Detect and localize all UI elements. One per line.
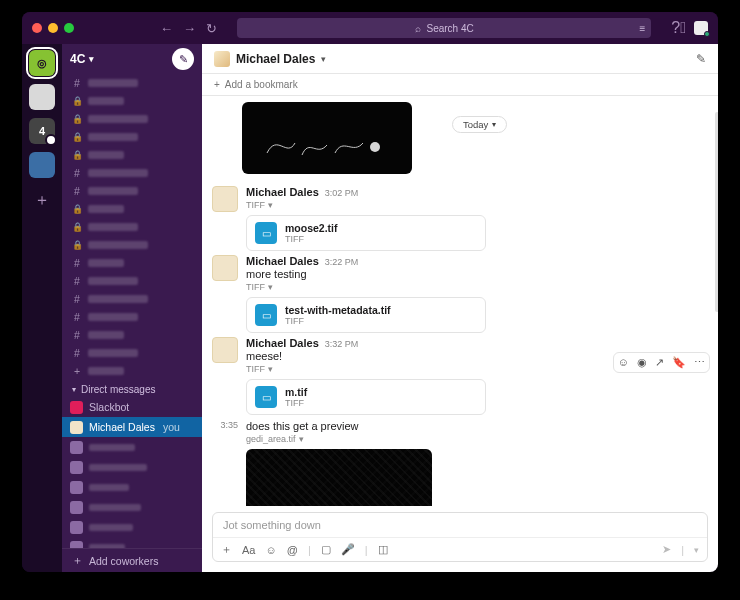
workspace-item[interactable] — [29, 84, 55, 110]
avatar — [70, 461, 83, 474]
channel-item[interactable]: # — [62, 272, 202, 290]
dm-slackbot[interactable]: Slackbot — [62, 397, 202, 417]
avatar[interactable] — [212, 255, 238, 281]
user-avatar[interactable] — [694, 21, 708, 35]
conversation-title[interactable]: Michael Dales — [236, 52, 315, 66]
close-icon[interactable] — [32, 23, 42, 33]
svg-point-0 — [370, 142, 380, 152]
workspace-active[interactable]: ◎ — [29, 50, 55, 76]
attachment-label[interactable]: gedi_area.tif▾ — [246, 434, 706, 444]
channel-item[interactable]: # — [62, 164, 202, 182]
zoom-icon[interactable] — [64, 23, 74, 33]
conversation-header: Michael Dales ▾ ✎ — [202, 44, 718, 74]
more-icon[interactable]: ⋯ — [694, 356, 705, 369]
channel-item[interactable]: 🔒 — [62, 200, 202, 218]
canvas-icon[interactable]: ✎ — [696, 52, 706, 66]
date-divider[interactable]: Today▾ — [452, 116, 507, 133]
file-type-row[interactable]: TIFF▾ — [246, 200, 706, 210]
dm-item[interactable] — [62, 437, 202, 457]
compose-button[interactable]: ✎ — [172, 48, 194, 70]
channel-item[interactable]: # — [62, 308, 202, 326]
channel-item[interactable]: # — [62, 254, 202, 272]
message-text: does this get a preview — [246, 420, 706, 432]
image-preview[interactable] — [246, 449, 432, 506]
thread-icon[interactable]: ◉ — [637, 356, 647, 369]
window-controls — [32, 23, 74, 33]
author-name[interactable]: Michael Dales — [246, 337, 319, 349]
emoji-icon[interactable]: ☺ — [265, 544, 276, 556]
add-channel[interactable]: + — [62, 362, 202, 380]
history-icon[interactable]: ↻ — [206, 21, 217, 36]
dm-item[interactable] — [62, 497, 202, 517]
channel-item[interactable]: 🔒 — [62, 146, 202, 164]
search-input[interactable]: ⌕ Search 4C ≡ — [237, 18, 651, 38]
sidebar-section-dms[interactable]: ▾Direct messages — [62, 380, 202, 397]
sidebar-header[interactable]: 4C▾ ✎ — [62, 44, 202, 74]
author-name[interactable]: Michael Dales — [246, 255, 319, 267]
you-label: you — [163, 421, 180, 433]
format-icon[interactable]: Aa — [242, 544, 255, 556]
avatar[interactable] — [212, 186, 238, 212]
hash-icon: # — [72, 167, 82, 179]
attach-icon[interactable]: ＋ — [221, 542, 232, 557]
hash-icon: # — [72, 311, 82, 323]
file-type-row[interactable]: TIFF▾ — [246, 282, 706, 292]
timestamp[interactable]: 3:22 PM — [325, 257, 359, 267]
channel-item[interactable]: 🔒 — [62, 128, 202, 146]
plus-icon: ＋ — [72, 554, 83, 568]
bookmark-icon[interactable]: 🔖 — [672, 356, 686, 369]
dm-item[interactable] — [62, 537, 202, 548]
avatar[interactable] — [212, 337, 238, 363]
filter-icon[interactable]: ≡ — [639, 23, 645, 34]
channel-item[interactable]: 🔒 — [62, 218, 202, 236]
caret-down-icon: ▾ — [72, 385, 76, 394]
timestamp[interactable]: 3:02 PM — [325, 188, 359, 198]
bookmark-bar[interactable]: + Add a bookmark — [202, 74, 718, 96]
minimize-icon[interactable] — [48, 23, 58, 33]
timestamp[interactable]: 3:32 PM — [325, 339, 359, 349]
channel-item[interactable]: 🔒 — [62, 92, 202, 110]
author-name[interactable]: Michael Dales — [246, 186, 319, 198]
workspace-rail: ◎ 4 ＋ — [22, 44, 62, 572]
back-icon[interactable]: ← — [160, 21, 173, 36]
video-icon[interactable]: ▢ — [321, 543, 331, 556]
mention-icon[interactable]: @ — [287, 544, 298, 556]
search-placeholder: Search 4C — [427, 23, 474, 34]
dm-item[interactable] — [62, 457, 202, 477]
file-attachment[interactable]: ▭ m.tifTIFF — [246, 379, 486, 415]
chevron-down-icon[interactable]: ▾ — [321, 54, 326, 64]
timestamp[interactable]: 3:35 — [212, 419, 238, 506]
channel-item[interactable]: # — [62, 74, 202, 92]
message-composer[interactable]: Jot something down ＋ Aa ☺ @ | ▢ 🎤 | ◫ ➤ … — [212, 512, 708, 562]
message-list[interactable]: Today▾ Michael Dales3:02 PM TIFF▾ ▭ moos… — [202, 96, 718, 506]
help-icon[interactable]: ?⃝ — [671, 19, 686, 37]
channel-item[interactable]: # — [62, 326, 202, 344]
audio-icon[interactable]: 🎤 — [341, 543, 355, 556]
channel-item[interactable]: 🔒 — [62, 110, 202, 128]
react-icon[interactable]: ☺ — [618, 356, 629, 369]
file-attachment[interactable]: ▭ test-with-metadata.tifTIFF — [246, 297, 486, 333]
workspace-item[interactable] — [29, 152, 55, 178]
workspace-item[interactable]: 4 — [29, 118, 55, 144]
channel-item[interactable]: # — [62, 344, 202, 362]
add-coworkers-button[interactable]: ＋Add coworkers — [62, 548, 202, 572]
send-options-icon[interactable]: ▾ — [694, 545, 699, 555]
sidebar: 4C▾ ✎ # 🔒 🔒 🔒 🔒 # # 🔒 🔒 🔒 # # # # # # — [62, 44, 202, 572]
channel-item[interactable]: # — [62, 290, 202, 308]
forward-icon[interactable]: → — [183, 21, 196, 36]
channel-item[interactable]: # — [62, 182, 202, 200]
file-attachment[interactable]: ▭ moose2.tifTIFF — [246, 215, 486, 251]
share-icon[interactable]: ↗ — [655, 356, 664, 369]
workspace-name: 4C — [70, 52, 85, 66]
add-workspace-icon[interactable]: ＋ — [34, 190, 50, 211]
image-preview[interactable] — [242, 102, 412, 174]
shortcuts-icon[interactable]: ◫ — [378, 543, 388, 556]
dm-item[interactable] — [62, 477, 202, 497]
chevron-down-icon: ▾ — [299, 434, 304, 444]
send-icon[interactable]: ➤ — [662, 543, 671, 556]
channel-item[interactable]: 🔒 — [62, 236, 202, 254]
dm-item[interactable] — [62, 517, 202, 537]
dm-self[interactable]: Michael Dalesyou — [62, 417, 202, 437]
scrollbar[interactable] — [715, 112, 718, 312]
composer-input[interactable]: Jot something down — [213, 513, 707, 537]
